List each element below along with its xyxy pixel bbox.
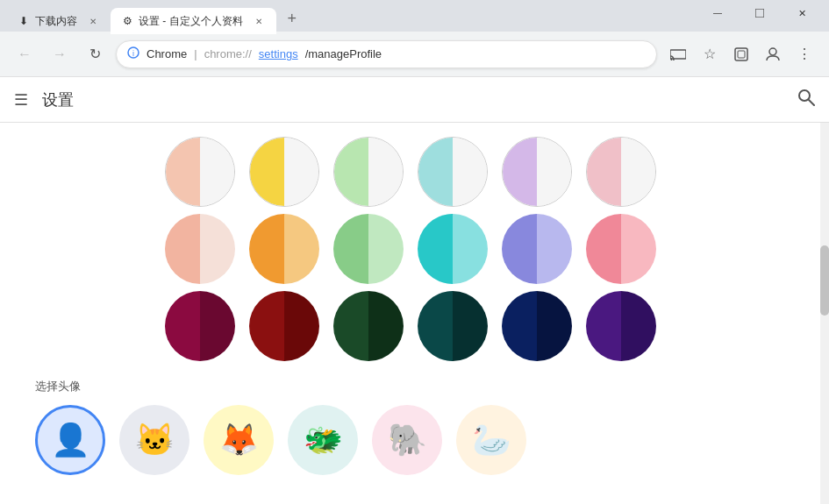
settings-tab-icon: ⚙ [121, 15, 133, 27]
avatar-emoji-origami: 🦢 [472, 422, 511, 458]
svg-point-8 [799, 90, 810, 101]
color-swatch-2-0[interactable] [165, 291, 235, 361]
color-swatch-0-4[interactable] [502, 137, 572, 207]
color-swatch-2-4[interactable] [502, 291, 572, 361]
forward-button[interactable]: → [46, 40, 74, 68]
tab-downloads-close[interactable]: ✕ [86, 14, 100, 28]
swatch-left-1-2 [333, 214, 368, 284]
svg-rect-0 [713, 13, 722, 14]
color-swatch-1-2[interactable] [333, 214, 404, 284]
minimize-button[interactable] [697, 0, 738, 26]
color-row-1 [35, 214, 785, 284]
avatar-dragon[interactable]: 🐲 [288, 405, 358, 475]
color-swatch-1-3[interactable] [418, 214, 488, 284]
scrollbar-track[interactable] [820, 123, 829, 504]
url-security-icon: i [127, 46, 139, 61]
swatch-right-2-0 [200, 291, 235, 361]
color-swatch-0-5[interactable] [586, 137, 656, 207]
swatch-right-0-1 [284, 138, 318, 206]
settings-title: 设置 [42, 89, 74, 110]
swatch-right-1-4 [537, 214, 572, 284]
cast-icon[interactable] [664, 40, 692, 68]
swatch-left-0-2 [334, 138, 368, 206]
color-swatch-1-5[interactable] [586, 214, 656, 284]
color-swatch-2-3[interactable] [418, 291, 488, 361]
toolbar-icons: ☆ ⋮ [664, 40, 818, 68]
swatch-left-0-4 [503, 138, 537, 206]
swatch-right-2-5 [621, 291, 656, 361]
restore-button[interactable] [740, 0, 780, 26]
svg-point-7 [769, 48, 776, 55]
color-swatch-1-4[interactable] [502, 214, 572, 284]
avatar-cat[interactable]: 🐱 [119, 405, 189, 475]
search-icon[interactable] [797, 89, 815, 110]
address-bar: ← → ↻ i Chrome | chrome://settings/manag… [0, 32, 829, 77]
tab-downloads[interactable]: ⬇ 下载内容 ✕ [7, 8, 111, 34]
swatch-left-1-3 [418, 214, 453, 284]
download-tab-icon: ⬇ [18, 15, 30, 27]
color-swatch-grid [35, 137, 785, 361]
swatch-right-2-4 [537, 291, 572, 361]
color-swatch-1-0[interactable] [165, 214, 235, 284]
avatar-emoji-person: 👤 [51, 422, 90, 458]
swatch-left-1-0 [165, 214, 200, 284]
svg-text:i: i [132, 49, 134, 58]
avatar-emoji-fox: 🦊 [219, 422, 259, 458]
avatar-person[interactable]: 👤 [35, 405, 105, 475]
hamburger-menu[interactable]: ☰ [14, 90, 28, 110]
avatar-elephant[interactable]: 🐘 [372, 405, 442, 475]
swatch-left-2-0 [165, 291, 200, 361]
reload-button[interactable]: ↻ [81, 40, 109, 68]
swatch-left-1-1 [249, 214, 284, 284]
swatch-right-1-1 [284, 214, 319, 284]
back-button[interactable]: ← [11, 40, 39, 68]
new-tab-button[interactable]: + [280, 6, 304, 31]
color-swatch-2-5[interactable] [586, 291, 656, 361]
avatar-row: 👤🐱🦊🐲🐘🦢 [35, 405, 785, 475]
scrollbar-thumb[interactable] [820, 245, 829, 316]
svg-rect-1 [755, 9, 764, 18]
close-button[interactable]: ✕ [782, 0, 822, 26]
swatch-right-2-3 [453, 291, 488, 361]
color-swatch-0-2[interactable] [333, 137, 404, 207]
tab-downloads-label: 下载内容 [35, 14, 77, 29]
swatch-right-0-2 [368, 138, 403, 206]
browser-window: ⬇ 下载内容 ✕ ⚙ 设置 - 自定义个人资料 ✕ + ✕ ← → ↻ [0, 0, 829, 504]
main-layout: ☰ 设置 选择头像 👤🐱🦊🐲🐘🦢 [0, 77, 829, 504]
avatar-fox[interactable]: 🦊 [204, 405, 274, 475]
menu-icon[interactable]: ⋮ [790, 40, 818, 68]
swatch-right-1-5 [621, 214, 656, 284]
color-swatch-2-1[interactable] [249, 291, 319, 361]
avatar-emoji-cat: 🐱 [135, 422, 175, 458]
swatch-left-2-4 [502, 291, 537, 361]
svg-line-9 [809, 100, 814, 105]
tab-settings[interactable]: ⚙ 设置 - 自定义个人资料 ✕ [111, 8, 276, 34]
color-swatch-0-1[interactable] [249, 137, 319, 207]
swatch-left-2-1 [249, 291, 284, 361]
tab-settings-close[interactable]: ✕ [252, 14, 266, 28]
svg-rect-5 [735, 48, 747, 60]
url-brand: Chrome [147, 47, 187, 60]
color-swatch-0-3[interactable] [418, 137, 488, 207]
swatch-left-2-2 [333, 291, 368, 361]
color-swatch-0-0[interactable] [165, 137, 235, 207]
swatch-right-2-2 [368, 291, 404, 361]
url-path: /manageProfile [305, 47, 382, 60]
tab-settings-label: 设置 - 自定义个人资料 [139, 14, 243, 29]
avatar-origami[interactable]: 🦢 [456, 405, 526, 475]
profile-icon[interactable] [759, 40, 787, 68]
color-swatch-2-2[interactable] [333, 291, 404, 361]
swatch-right-2-1 [284, 291, 319, 361]
url-bar[interactable]: i Chrome | chrome://settings/manageProfi… [116, 40, 657, 68]
avatar-section-label: 选择头像 [35, 379, 785, 394]
title-bar: ⬇ 下载内容 ✕ ⚙ 设置 - 自定义个人资料 ✕ + ✕ [0, 0, 829, 32]
color-swatch-1-1[interactable] [249, 214, 319, 284]
tablet-mode-icon[interactable] [727, 40, 755, 68]
swatch-right-0-0 [200, 138, 234, 206]
bookmark-icon[interactable]: ☆ [696, 40, 724, 68]
url-host: settings [259, 47, 298, 60]
window-controls: ✕ [697, 0, 822, 26]
swatch-right-1-2 [368, 214, 404, 284]
avatar-emoji-dragon: 🐲 [304, 422, 343, 458]
swatch-right-1-3 [453, 214, 488, 284]
